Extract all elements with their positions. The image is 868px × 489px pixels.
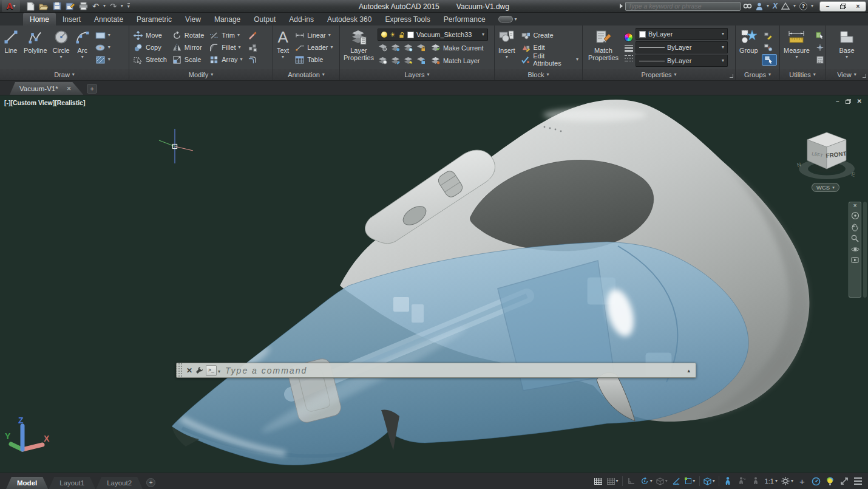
tab-insert[interactable]: Insert	[56, 13, 87, 26]
command-customize-icon[interactable]	[195, 366, 203, 374]
command-line[interactable]: ✕	[176, 363, 696, 378]
command-input[interactable]	[220, 366, 682, 375]
viewport-minimize-icon[interactable]: –	[836, 98, 839, 104]
stretch-button[interactable]: Stretch	[131, 54, 169, 66]
new-layout-button[interactable]: +	[146, 478, 155, 487]
block-panel-footer[interactable]: Block	[495, 69, 582, 80]
text-button[interactable]: A Text	[275, 27, 291, 68]
vacuum-dust-cup[interactable]	[172, 242, 748, 465]
properties-panel-footer[interactable]: Properties	[583, 69, 735, 80]
layer-unisolate-button[interactable]	[390, 56, 401, 66]
trim-button[interactable]: Trim	[207, 30, 244, 41]
scale-button[interactable]: Scale	[170, 54, 206, 66]
file-tab-close-icon[interactable]: ✕	[67, 86, 72, 92]
utilities-panel-footer[interactable]: Utilities	[780, 69, 825, 80]
layer-select[interactable]: ☀ Vacuum_Sketch33	[378, 29, 488, 41]
object-snap-tracking-toggle[interactable]	[670, 474, 683, 488]
exchange-apps-icon[interactable]: X	[773, 2, 778, 10]
layout2-tab[interactable]: Layout2	[96, 477, 143, 489]
autodesk360-caret-icon[interactable]	[793, 4, 796, 9]
explode-button[interactable]	[246, 42, 260, 53]
redo-caret-icon[interactable]	[121, 4, 123, 9]
group-button[interactable]: Group	[737, 27, 760, 68]
copy-button[interactable]: Copy	[131, 42, 169, 53]
color-wheel-icon[interactable]	[624, 33, 633, 42]
ungroup-button[interactable]	[762, 42, 777, 53]
3d-object-snap-toggle[interactable]	[702, 474, 717, 488]
open-button[interactable]	[39, 2, 49, 11]
viewport-controls[interactable]: [-][Custom View][Realistic]	[4, 99, 85, 106]
search-input[interactable]	[628, 2, 737, 10]
create-block-button[interactable]: Create	[519, 30, 580, 41]
help-icon[interactable]	[799, 2, 807, 10]
infocenter-collapse-icon[interactable]	[620, 4, 623, 9]
sign-in-icon[interactable]	[756, 2, 763, 10]
snap-mode-toggle[interactable]	[605, 474, 620, 488]
tab-express-tools[interactable]: Express Tools	[378, 13, 436, 26]
qat-customize-button[interactable]	[127, 3, 130, 9]
annotation-scale-select[interactable]: 1:1	[763, 474, 779, 488]
base-button[interactable]: Base	[837, 27, 856, 68]
tab-view[interactable]: View	[178, 13, 208, 26]
viewcube-compass-n[interactable]: N	[796, 162, 802, 169]
autoscale-toggle[interactable]	[735, 474, 749, 488]
fillet-button[interactable]: Fillet	[207, 42, 244, 53]
group-selection-toggle[interactable]	[762, 54, 777, 66]
viewcube[interactable]: N E FRONT LEFT	[796, 113, 857, 186]
move-button[interactable]: Move	[131, 30, 169, 41]
table-button[interactable]: Table	[293, 54, 334, 66]
rectangle-button[interactable]	[93, 30, 112, 41]
settings-button[interactable]	[779, 474, 795, 488]
undo-button[interactable]: ↶	[92, 2, 99, 11]
make-current-button[interactable]: Make Current	[429, 42, 486, 53]
annotation-scale-icon-button[interactable]	[749, 474, 763, 488]
search-icon[interactable]	[743, 2, 752, 10]
measure-button[interactable]: Measure	[782, 27, 812, 68]
mirror-button[interactable]: Mirror	[170, 42, 206, 53]
match-layer-button[interactable]: Match Layer	[429, 55, 482, 66]
drawing-viewport[interactable]: Z Y X	[0, 95, 868, 473]
erase-button[interactable]	[246, 30, 260, 41]
ortho-toggle[interactable]	[625, 474, 639, 488]
layers-panel-footer[interactable]: Layers	[340, 69, 494, 80]
layer-unlock-button[interactable]	[416, 56, 426, 66]
insert-button[interactable]: Insert	[497, 27, 517, 68]
modify-panel-footer[interactable]: Modify	[129, 69, 273, 80]
command-history-toggle-icon[interactable]	[682, 368, 696, 374]
draw-panel-footer[interactable]: Draw	[0, 69, 129, 80]
linetype-icon[interactable]	[624, 54, 634, 63]
layer-properties-button[interactable]: Layer Properties	[342, 27, 376, 68]
hatch-button[interactable]	[93, 54, 112, 66]
annotation-visibility-toggle[interactable]	[721, 474, 735, 488]
leader-button[interactable]: Leader	[293, 42, 334, 53]
clean-screen-toggle[interactable]	[837, 474, 851, 488]
tab-annotate[interactable]: Annotate	[87, 13, 130, 26]
viewport-close-icon[interactable]: ✕	[857, 98, 862, 104]
layer-thaw-button[interactable]	[403, 56, 413, 66]
zoom-icon[interactable]	[851, 234, 859, 242]
polar-tracking-toggle[interactable]	[639, 474, 654, 488]
model-tab[interactable]: Model	[6, 477, 48, 489]
match-properties-button[interactable]: Match Properties	[585, 27, 622, 68]
layer-lock-button[interactable]	[416, 43, 426, 53]
linetype-select[interactable]: ByLayer	[636, 55, 728, 67]
tab-output[interactable]: Output	[247, 13, 282, 26]
isolate-objects-button[interactable]	[823, 474, 837, 488]
tab-manage[interactable]: Manage	[208, 13, 247, 26]
navigation-bar[interactable]: ✕	[849, 202, 861, 298]
tab-parametric[interactable]: Parametric	[130, 13, 178, 26]
save-as-button[interactable]	[66, 2, 75, 11]
hardware-acceleration-toggle[interactable]	[809, 474, 823, 488]
ellipse-button[interactable]	[93, 42, 112, 53]
arc-button[interactable]: Arc	[73, 27, 92, 68]
viewport-restore-icon[interactable]	[846, 99, 851, 104]
lineweight-icon[interactable]	[624, 44, 634, 52]
offset-button[interactable]	[246, 54, 260, 66]
rotate-button[interactable]: Rotate	[170, 30, 206, 41]
circle-button[interactable]: Circle	[51, 27, 72, 68]
navigation-bar-handle[interactable]	[863, 202, 867, 298]
application-menu-button[interactable]: A	[2, 0, 20, 12]
add-status-button[interactable]: +	[795, 474, 809, 488]
command-prompt-icon[interactable]	[206, 365, 217, 376]
restore-button[interactable]	[835, 2, 850, 11]
